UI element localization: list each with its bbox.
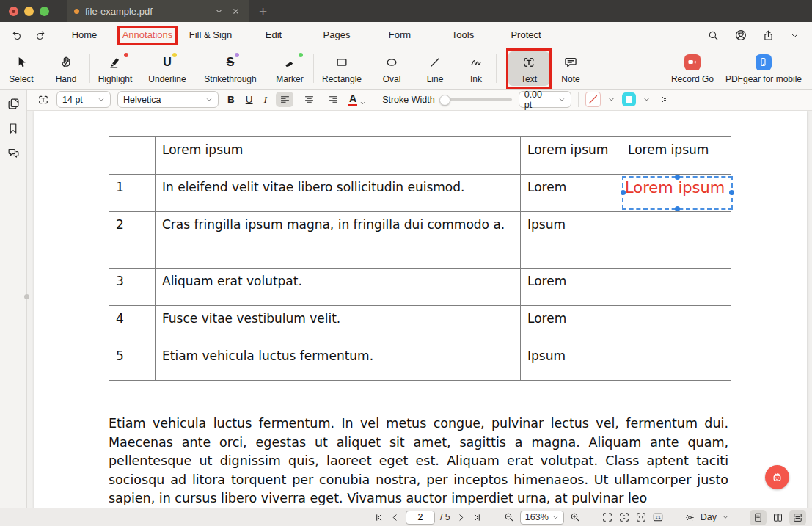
highlight-tool[interactable]: Highlight: [90, 48, 140, 89]
rectangle-tool[interactable]: Rectangle: [314, 48, 370, 89]
collapse-toolbar-chevron-icon[interactable]: [789, 30, 800, 41]
thumbnails-icon[interactable]: [7, 97, 21, 111]
line-tool[interactable]: Line: [414, 48, 456, 89]
tab-home[interactable]: Home: [53, 26, 116, 45]
assistant-robot-button[interactable]: [765, 465, 789, 489]
stroke-color-chevron-icon[interactable]: [607, 95, 615, 103]
tab-chevron-down-icon[interactable]: [213, 7, 224, 15]
pane-resize-handle[interactable]: [24, 294, 29, 299]
page-navigation: / 5: [373, 511, 483, 525]
pdfgear-mobile-button[interactable]: PDFgear for mobile: [720, 48, 808, 89]
redo-button[interactable]: [34, 29, 47, 42]
table-row: 1 In eleifend velit vitae libero sollici…: [109, 175, 731, 212]
underline-tool[interactable]: U Underline: [140, 48, 194, 89]
tab-pages[interactable]: Pages: [305, 26, 368, 45]
two-page-view-icon[interactable]: [769, 510, 786, 525]
note-icon: [563, 54, 578, 71]
annotation-handle-top[interactable]: [675, 175, 680, 180]
note-tool[interactable]: Note: [549, 48, 592, 89]
svg-text:1:1: 1:1: [655, 515, 660, 519]
slider-thumb[interactable]: [439, 95, 450, 106]
fit-width-icon[interactable]: [635, 511, 647, 523]
font-size-dropdown[interactable]: 14 pt: [56, 91, 111, 108]
first-page-icon[interactable]: [373, 512, 384, 523]
hand-tool[interactable]: Hand: [43, 48, 89, 89]
fit-height-icon[interactable]: [618, 511, 630, 523]
align-right-button[interactable]: [324, 92, 342, 107]
hand-icon: [59, 54, 73, 71]
tab-form[interactable]: Form: [368, 26, 431, 45]
marker-tool[interactable]: Marker: [266, 48, 313, 89]
previous-page-icon[interactable]: [389, 512, 400, 523]
new-tab-button[interactable]: +: [259, 4, 267, 18]
stroke-width-slider[interactable]: [442, 98, 512, 101]
tab-annotations[interactable]: Annotations: [116, 26, 179, 45]
table-row: 3 Aliquam erat volutpat. Lorem: [109, 269, 731, 306]
close-format-bar-icon[interactable]: [660, 95, 670, 104]
tab-edit[interactable]: Edit: [242, 26, 305, 45]
fill-color-swatch[interactable]: [622, 92, 636, 106]
share-icon[interactable]: [762, 29, 775, 42]
undo-button[interactable]: [10, 29, 23, 42]
italic-button[interactable]: I: [262, 94, 270, 106]
oval-icon: [384, 54, 399, 71]
pdf-page[interactable]: Lorem ipsum Lorem ipsum Lorem ipsum 1 In…: [34, 111, 807, 526]
fit-page-icon[interactable]: [601, 511, 613, 523]
search-icon[interactable]: [707, 29, 720, 42]
zoom-controls: 163%: [503, 511, 581, 525]
bold-button[interactable]: B: [225, 94, 237, 105]
traffic-lights: [0, 7, 59, 16]
fill-color-chevron-icon[interactable]: [643, 95, 651, 103]
annotation-handle-right[interactable]: [729, 190, 734, 195]
next-page-icon[interactable]: [456, 512, 467, 523]
tab-close-icon[interactable]: [230, 7, 241, 15]
theme-toggle[interactable]: Day: [684, 512, 729, 523]
tab-tools[interactable]: Tools: [431, 26, 494, 45]
comments-icon[interactable]: [7, 146, 21, 160]
select-tool[interactable]: Select: [0, 48, 43, 89]
font-color-button[interactable]: A: [348, 93, 366, 106]
line-icon: [428, 54, 442, 71]
align-center-button[interactable]: [300, 92, 318, 107]
annotation-handle-left[interactable]: [621, 190, 626, 195]
ink-tool[interactable]: Ink: [456, 48, 496, 89]
strikethrough-tool[interactable]: S Strikethrough: [194, 48, 266, 89]
underline-button[interactable]: U: [244, 94, 255, 105]
minimize-window-button[interactable]: [24, 7, 34, 16]
selected-text-annotation[interactable]: Lorem ipsum: [622, 176, 733, 210]
annotation-text[interactable]: Lorem ipsum: [623, 178, 731, 197]
document-viewport[interactable]: Lorem ipsum Lorem ipsum Lorem ipsum 1 In…: [27, 111, 812, 526]
body-paragraph: Etiam vehicula luctus fermentum. In vel …: [109, 414, 728, 508]
zoom-window-button[interactable]: [40, 7, 49, 16]
underline-icon: U: [163, 54, 172, 71]
tab-fill-sign[interactable]: Fill & Sign: [179, 26, 242, 45]
left-sidebar: [0, 89, 27, 526]
stroke-color-swatch[interactable]: [585, 92, 601, 107]
font-family-dropdown[interactable]: Helvetica: [117, 91, 219, 108]
text-annotation-icon: [37, 93, 50, 106]
continuous-scroll-view-icon[interactable]: [789, 510, 806, 525]
view-mode-controls: [750, 510, 806, 525]
zoom-out-icon[interactable]: [503, 511, 515, 523]
text-tool[interactable]: Text: [508, 51, 549, 86]
page-number-input[interactable]: [406, 511, 435, 525]
stroke-width-dropdown[interactable]: 0.00 pt: [519, 91, 571, 108]
document-tab[interactable]: file-example.pdf: [67, 0, 249, 22]
zoom-level-dropdown[interactable]: 163%: [520, 511, 564, 525]
highlighter-icon: [108, 54, 123, 71]
single-page-view-icon[interactable]: [750, 510, 767, 525]
actual-size-icon[interactable]: 1:1: [652, 511, 664, 523]
annotation-handle-bottom[interactable]: [675, 206, 680, 211]
tab-protect[interactable]: Protect: [494, 26, 557, 45]
align-left-button[interactable]: [276, 92, 293, 107]
theme-label: Day: [701, 512, 717, 522]
support-icon[interactable]: [734, 29, 747, 42]
record-camera-icon: [684, 54, 701, 71]
bookmark-icon[interactable]: [7, 122, 20, 135]
zoom-in-icon[interactable]: [569, 511, 581, 523]
strikethrough-icon: S: [227, 54, 235, 71]
last-page-icon[interactable]: [472, 512, 483, 523]
record-go-button[interactable]: Record Go: [665, 48, 720, 89]
close-window-button[interactable]: [9, 7, 18, 16]
oval-tool[interactable]: Oval: [370, 48, 414, 89]
